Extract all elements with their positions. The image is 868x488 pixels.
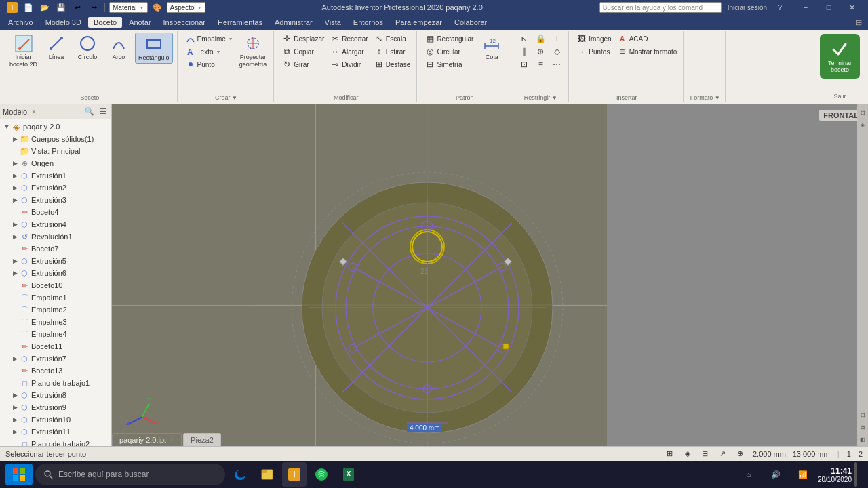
maximize-btn[interactable]: □ [818,0,840,15]
tray-icon-2[interactable]: 🔊 [764,462,788,487]
tree-item-boceto7[interactable]: ✏ Boceto7 [0,243,111,255]
btn-estirar[interactable]: ↕ Estirar [372,45,413,58]
btn-simetria[interactable]: ⊟ Simetría [422,58,475,70]
btn-circulo[interactable]: Círculo [73,33,102,62]
tree-item-extrusion3[interactable]: ▶ ⬡ Extrusión3 [0,194,111,206]
tree-item-boceto10[interactable]: ✏ Boceto10 [0,279,111,291]
btn-imagen[interactable]: 🖼 Imagen [574,33,613,45]
btn-arco[interactable]: Arco [104,33,134,62]
btn-girar[interactable]: ↻ Girar [279,58,326,70]
tree-item-extrusion10[interactable]: ▶ ⬡ Extrusión10 [0,413,111,426]
tray-icon-1[interactable]: ⌂ [736,462,761,487]
tree-item-origen[interactable]: ▶ ⊕ Origen [0,157,111,169]
btn-puntos[interactable]: · Puntos [574,45,613,58]
clock[interactable]: 11:41 20/10/2020 [818,466,852,483]
menu-anotar[interactable]: Anotar [123,17,156,28]
material-icon[interactable]: 🎨 [151,1,164,14]
tree-item-extrusion4[interactable]: ▶ ⬡ Extrusión4 [0,218,111,230]
menu-para-empezar[interactable]: Para empezar [390,17,448,28]
tree-item-plano1[interactable]: ◻ Plano de trabajo1 [0,377,111,389]
btn-restringir6[interactable]: ≡ [533,58,548,70]
btn-restringir8[interactable]: ◇ [549,45,564,58]
show-desktop-icon[interactable] [854,462,857,487]
btn-copiar[interactable]: ⧉ Copiar [279,45,326,58]
app-icon[interactable]: I [5,1,19,14]
btn-mostrar-formato[interactable]: ≡ Mostrar formato [615,45,679,58]
status-icon-2[interactable]: ◈ [681,447,694,461]
tree-item-revolucion1[interactable]: ▶ ↺ Revolución1 [0,230,111,243]
salir-label[interactable]: Salir [833,93,846,100]
tree-item-extrusion5[interactable]: ▶ ⬡ Extrusión5 [0,255,111,267]
btn-restringir3[interactable]: ⊡ [517,58,532,70]
tree-item-extrusion8[interactable]: ▶ ⬡ Extrusión8 [0,389,111,401]
btn-restringir7[interactable]: ⊥ [549,33,564,45]
taskbar-edge-icon[interactable] [228,462,252,487]
strip-btn-3[interactable]: ⊟ [859,409,867,420]
btn-linea[interactable]: Línea [41,33,71,62]
status-icon-5[interactable]: ⊕ [734,447,747,461]
taskbar-search-bar[interactable]: Escribe aquí para buscar [35,464,225,485]
status-icon-3[interactable]: ⊟ [698,447,712,461]
btn-restringir5[interactable]: ⊕ [533,45,548,58]
aspect-combo[interactable]: Aspecto ▼ [167,2,205,13]
btn-restringir2[interactable]: ∥ [517,45,532,58]
btn-restringir4[interactable]: 🔒 [533,33,548,45]
open-btn[interactable]: 📂 [38,1,52,14]
main-viewport[interactable]: ✕ 23 4.000 mm [112,104,607,447]
sidebar-search-icon[interactable]: 🔍 [84,106,95,117]
close-btn[interactable]: ✕ [841,0,863,15]
strip-btn-1[interactable]: ⊞ [859,107,867,118]
status-icon-1[interactable]: ⊞ [663,447,677,461]
tree-item-boceto13[interactable]: ✏ Boceto13 [0,365,111,377]
menu-modelo3d[interactable]: Modelo 3D [40,17,87,28]
taskbar-excel-icon[interactable]: X [336,462,361,487]
btn-dividir[interactable]: ⊸ Dividir [328,58,370,70]
login-btn[interactable]: Iniciar sesión [726,3,769,12]
tree-item-extrusion2[interactable]: ▶ ⬡ Extrusión2 [0,182,111,194]
save-btn[interactable]: 💾 [54,1,68,14]
help-icon[interactable]: ? [773,1,787,14]
tab-pieza2[interactable]: Pieza2 [183,433,221,446]
btn-recortar[interactable]: ✂ Recortar [328,33,370,45]
taskbar-explorer-icon[interactable] [255,462,279,487]
btn-terminar-boceto[interactable]: Terminarboceto [820,34,860,79]
menu-archivo[interactable]: Archivo [3,17,39,28]
expand-ribbon-icon[interactable]: ⊞ [852,16,865,29]
tree-item-empalme4[interactable]: ⌒ Empalme4 [0,328,111,340]
help-search[interactable]: Buscar en la ayuda y los comand [599,2,722,13]
menu-inspeccionar[interactable]: Inspeccionar [158,17,211,28]
btn-restringir1[interactable]: ⊾ [517,33,532,45]
menu-administrar[interactable]: Administrar [269,17,318,28]
tree-item-extrusion7[interactable]: ▶ ⬡ Extrusión7 [0,352,111,365]
tree-item-extrusion6[interactable]: ▶ ⬡ Extrusión6 [0,267,111,279]
strip-btn-2[interactable]: ◈ [859,119,867,130]
status-icon-4[interactable]: ↗ [716,447,730,461]
tree-item-extrusion11[interactable]: ▶ ⬡ Extrusión11 [0,426,111,438]
tree-item-cuerpos[interactable]: ▶ 📁 Cuerpos sólidos(1) [0,133,111,145]
menu-vista[interactable]: Vista [319,17,347,28]
btn-desplazar[interactable]: ✛ Desplazar [279,33,326,45]
material-combo[interactable]: Material ▼ [109,2,148,13]
tray-network-icon[interactable]: 📶 [791,462,815,487]
tree-item-empalme1[interactable]: ⌒ Empalme1 [0,291,111,304]
sketch-canvas[interactable]: ✕ 23 [112,104,607,447]
taskbar-inventor-icon[interactable]: I [282,462,307,487]
start-button[interactable] [5,464,33,485]
tree-item-boceto4[interactable]: ✏ Boceto4 [0,206,111,218]
redo-btn[interactable]: ↪ [87,1,100,14]
btn-escala[interactable]: ⤡ Escala [372,33,413,45]
btn-proyectar-geometria[interactable]: Proyectargeometría [237,33,270,70]
btn-texto[interactable]: A Texto▼ [183,45,235,58]
strip-btn-5[interactable]: ◧ [859,434,867,445]
btn-restringir9[interactable]: ⋯ [549,58,564,70]
tree-root[interactable]: ▼ ◈ paqariy 2.0 [0,121,111,133]
sidebar-list-icon[interactable]: ☰ [98,106,108,117]
tree-item-extrusion1[interactable]: ▶ ⬡ Extrusión1 [0,169,111,182]
undo-btn[interactable]: ↩ [71,1,84,14]
menu-herramientas[interactable]: Herramientas [212,17,268,28]
menu-entornos[interactable]: Entornos [348,17,389,28]
minimize-btn[interactable]: − [795,0,816,15]
btn-desfase[interactable]: ⊞ Desfase [372,58,413,70]
btn-punto[interactable]: Punto [183,58,235,70]
tab-paqariy[interactable]: paqariy 2.0.ipt ✕ [112,433,182,446]
